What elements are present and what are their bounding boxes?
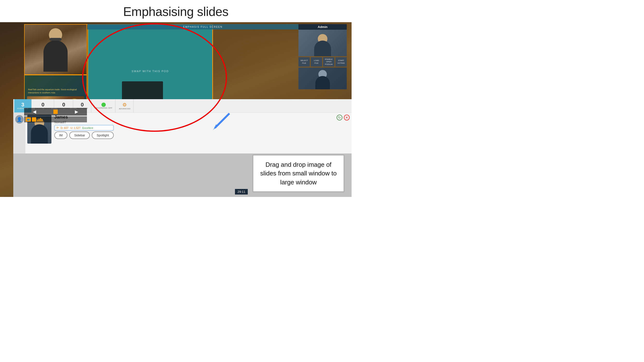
stat-label-recording: RECORDING OFF — [95, 107, 112, 109]
user-metrics: ⟳ D: 607 U: 1,527 Excellent — [54, 125, 114, 131]
stat-advanced[interactable]: ⚙ ADVANCED — [116, 99, 134, 112]
timer: 29:11 — [235, 189, 248, 195]
stat-number-raised-hands: 0 — [42, 102, 44, 107]
enable-open-podium-button[interactable]: ENABLE OPEN PODIUM — [323, 57, 334, 67]
stat-label-advanced: ADVANCED — [119, 108, 130, 110]
admin-header: Admin — [298, 24, 347, 30]
metric-d: D: 607 — [60, 126, 68, 129]
presenter-pod[interactable] — [24, 24, 87, 75]
metric-quality: Excellent — [82, 126, 93, 129]
stop-icon — [53, 110, 58, 114]
stat-number-overview: 3 — [21, 102, 24, 107]
sidebar-button[interactable]: Sidebar — [69, 131, 90, 139]
main-area: Reef fish and the aquarium trade: Socio-… — [0, 22, 352, 197]
close-icon[interactable]: ✕ — [344, 115, 350, 120]
speaker-icon — [32, 117, 36, 122]
refresh-icon[interactable]: ↻ — [336, 115, 342, 120]
prev-slide-button[interactable]: ◀ — [33, 109, 36, 114]
slide-title-text: Reef fish and the aquarium trade: Socio-… — [27, 87, 84, 95]
page-title: Emphasising slides — [0, 0, 352, 22]
admin-video-top — [298, 30, 347, 56]
spotlight-button[interactable]: Spotlight — [92, 131, 114, 139]
stat-number-questions: 0 — [62, 102, 65, 107]
audience-icon: 👥 — [26, 117, 31, 122]
blue-arrow — [210, 111, 232, 133]
user-avatar-small: 👤 — [13, 113, 25, 153]
recording-dot — [102, 103, 106, 107]
stat-number-text-chat: 0 — [81, 102, 84, 107]
admin-panel: Admin SELECT FILE LOAD FILE ENABLE OPEN … — [298, 24, 347, 89]
admin-video-bottom — [298, 67, 347, 89]
start-voting-button[interactable]: START VOTING — [336, 57, 347, 67]
load-file-button[interactable]: LOAD FILE — [311, 57, 322, 67]
admin-person-top — [298, 30, 347, 56]
tooltip-box: Drag and drop image of slides from small… — [252, 155, 344, 192]
user-photo-body — [31, 124, 48, 144]
select-file-button[interactable]: SELECT FILE — [298, 57, 310, 67]
im-button[interactable]: IM — [54, 131, 67, 139]
user-actions: IM Sidebar Spotlight — [54, 131, 114, 139]
gear-icon: ⚙ — [122, 102, 127, 108]
swap-text: SWAP WITH THIS POD — [132, 70, 169, 73]
slide-nav-controls: ◀ ▶ — [24, 108, 87, 116]
bars-icon — [37, 117, 42, 121]
metric-u: U: 1,527 — [70, 126, 80, 129]
panel-icons: ↻ ✕ — [336, 115, 350, 120]
metric-arrows: ⟳ — [56, 126, 59, 129]
slide-footer-icons: 👥 — [24, 116, 87, 122]
avatar-circle: 👤 — [15, 115, 24, 124]
next-slide-button[interactable]: ▶ — [75, 109, 78, 114]
svg-line-0 — [215, 113, 230, 128]
emphasis-label: EMPHASIS FULL SCREEN — [88, 24, 318, 29]
control-buttons: SELECT FILE LOAD FILE ENABLE OPEN PODIUM… — [298, 57, 347, 67]
stat-recording[interactable]: RECORDING OFF — [92, 99, 116, 112]
